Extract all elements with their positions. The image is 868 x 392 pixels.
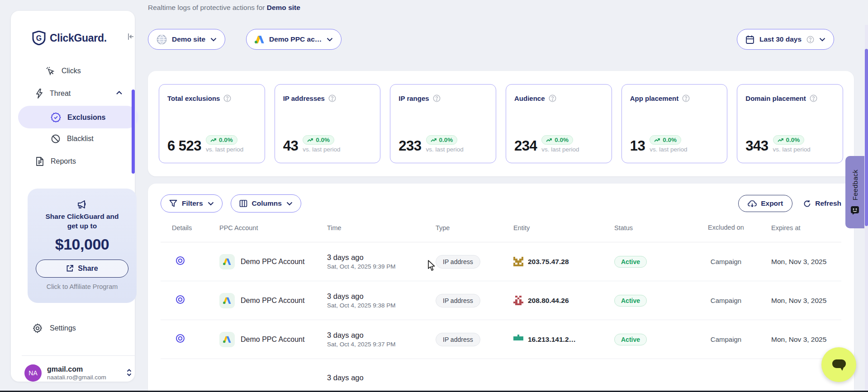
view-details-icon[interactable]	[175, 334, 185, 343]
filters-button[interactable]: Filters	[161, 194, 223, 213]
stat-card: IP ranges 233 0.0% vs. last period	[390, 84, 496, 163]
sidebar-scrollbar-thumb[interactable]	[132, 90, 135, 174]
trend-up-icon	[431, 138, 437, 142]
google-ads-icon	[219, 293, 235, 308]
columns-icon	[239, 199, 247, 208]
details-cell[interactable]	[161, 256, 219, 267]
refresh-icon	[803, 200, 811, 208]
feedback-smiley-icon	[850, 206, 859, 215]
columns-button[interactable]: Columns	[231, 194, 301, 213]
stat-value: 13	[630, 139, 645, 153]
column-header: Excluded on	[701, 223, 751, 232]
affiliate-link[interactable]: Click to Affiliate Program	[34, 283, 130, 290]
feedback-label: Feedback	[851, 170, 859, 200]
column-header: Expires at	[771, 224, 841, 231]
calendar-icon	[745, 35, 754, 44]
stat-value: 234	[514, 139, 537, 153]
svg-text:G: G	[36, 34, 42, 42]
table-row[interactable]: Demo PPC Account 3 days ago Sat, Oct 4, …	[161, 320, 841, 359]
chevron-down-icon	[208, 202, 214, 206]
help-icon	[223, 94, 231, 102]
type-badge: IP address	[436, 255, 480, 269]
chevron-down-icon	[819, 38, 825, 42]
type-badge: IP address	[436, 294, 480, 307]
time-relative: 3 days ago	[327, 373, 436, 382]
ppc-account-cell: Demo PPC Account	[219, 332, 327, 347]
brand-logo: G ClickGuard.	[32, 31, 107, 45]
ppc-account-cell	[219, 371, 327, 386]
view-details-icon[interactable]	[175, 295, 185, 304]
no-entry-icon	[51, 134, 61, 144]
cloud-download-icon	[748, 200, 757, 208]
trend-up-icon	[546, 138, 552, 142]
column-header: Time	[327, 224, 436, 231]
sidebar-item-label: Blacklist	[67, 135, 94, 143]
chevron-down-icon	[210, 38, 217, 42]
sidebar-item-settings[interactable]: Settings	[32, 323, 76, 334]
entity-identicon	[513, 257, 523, 267]
table-row[interactable]: Demo PPC Account 3 days ago Sat, Oct 4, …	[161, 242, 841, 281]
sidebar-item-reports[interactable]: Reports	[35, 156, 76, 166]
type-cell: IP address	[436, 294, 513, 307]
ppc-selector-value: Demo PPC ac…	[269, 35, 322, 43]
stat-title: Total exclusions	[167, 94, 220, 102]
date-range-selector[interactable]: Last 30 days	[737, 29, 834, 50]
trend-up-icon	[210, 138, 217, 142]
lightning-icon	[35, 89, 43, 99]
site-selector[interactable]: Demo site	[148, 29, 225, 50]
account-switcher[interactable]: NA gmail.com naatali.ro@gmail.com	[24, 364, 132, 382]
sidebar-item-threat[interactable]: Threat	[35, 89, 71, 99]
view-details-icon[interactable]	[175, 256, 185, 265]
expires-at-cell: Mon, Nov 3, 2025	[771, 297, 841, 305]
expires-at-cell: Mon, Nov 3, 2025	[771, 335, 841, 344]
document-icon	[35, 156, 44, 166]
ppc-account-name: Demo PPC Account	[241, 335, 304, 344]
details-cell[interactable]	[161, 295, 219, 306]
excluded-on-cell: Campaign	[701, 258, 751, 265]
table-toolbar: Filters Columns Export Refresh	[161, 194, 841, 213]
stat-change-badge: 0.0%	[303, 135, 334, 145]
sidebar-collapse-icon[interactable]	[127, 33, 135, 43]
entity-value: 16.213.141.2…	[528, 335, 576, 344]
funnel-icon	[169, 199, 177, 208]
ppc-account-name: Demo PPC Account	[241, 297, 304, 305]
divider	[22, 355, 135, 356]
status-badge: Active	[614, 334, 647, 345]
sidebar-item-label: Clicks	[62, 67, 81, 75]
sidebar-item-clicks[interactable]: Clicks	[45, 66, 81, 76]
refresh-button[interactable]: Refresh	[803, 199, 841, 208]
chevron-up-down-icon	[126, 368, 132, 378]
help-icon	[328, 94, 336, 102]
help-icon	[806, 36, 814, 43]
time-cell: 3 days ago	[327, 373, 436, 383]
stat-compare-label: vs. last period	[541, 146, 579, 153]
table-row[interactable]: Demo PPC Account 3 days ago Sat, Oct 4, …	[161, 281, 841, 320]
feedback-tab[interactable]: Feedback	[845, 156, 864, 228]
table-header-row: DetailsPPC AccountTimeTypeEntityStatusEx…	[161, 213, 841, 242]
promo-amount: $10,000	[34, 236, 130, 253]
site-selector-value: Demo site	[172, 35, 205, 43]
help-icon	[682, 94, 690, 102]
details-cell[interactable]	[161, 334, 219, 345]
time-cell: 3 days ago Sat, Oct 4, 2025 9:37 PM	[327, 331, 436, 348]
sidebar-item-label: Exclusions	[67, 113, 105, 122]
status-badge: Active	[614, 256, 647, 268]
time-cell: 3 days ago Sat, Oct 4, 2025 9:38 PM	[327, 292, 436, 309]
time-relative: 3 days ago	[327, 292, 436, 301]
status-cell: Active	[614, 256, 681, 268]
page-scrollbar-thumb[interactable]	[865, 49, 868, 226]
sidebar-item-exclusions-content[interactable]: Exclusions	[51, 112, 105, 123]
stat-value: 343	[745, 139, 768, 153]
exclusions-table-panel: Filters Columns Export Refresh DetailsPP…	[148, 184, 854, 392]
time-relative: 3 days ago	[327, 253, 436, 262]
table-row[interactable]: 3 days ago	[161, 359, 841, 392]
chevron-down-icon	[286, 202, 293, 206]
chevron-up-icon[interactable]	[116, 89, 123, 97]
share-button[interactable]: Share	[36, 260, 128, 278]
sidebar-item-blacklist[interactable]: Blacklist	[51, 134, 94, 144]
stat-card: Domain placement 343 0.0% vs. last perio…	[737, 84, 843, 163]
export-button[interactable]: Export	[738, 195, 792, 212]
brand-name: ClickGuard.	[50, 32, 107, 44]
ppc-account-selector[interactable]: Demo PPC ac…	[246, 29, 342, 50]
chat-launcher-button[interactable]	[821, 347, 856, 382]
